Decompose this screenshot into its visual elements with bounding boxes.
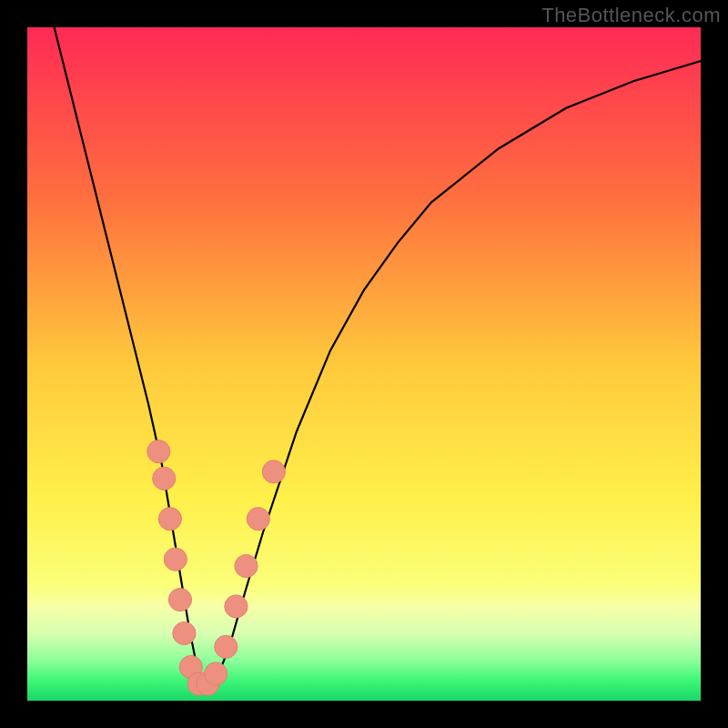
- curve-marker: [164, 548, 187, 571]
- curve-marker: [215, 635, 238, 658]
- curve-marker: [168, 588, 191, 611]
- curve-marker: [247, 508, 269, 531]
- curve-marker: [235, 554, 258, 577]
- chart-overlay: [27, 27, 701, 701]
- chart-frame: TheBottleneck.com: [0, 0, 728, 728]
- curve-marker: [158, 508, 181, 531]
- curve-marker: [153, 467, 176, 490]
- curve-marker: [225, 595, 248, 618]
- bottleneck-curve: [55, 27, 701, 687]
- curve-marker: [262, 460, 285, 483]
- curve-marker: [173, 622, 196, 644]
- attribution-text: TheBottleneck.com: [541, 4, 721, 27]
- curve-markers: [147, 440, 286, 695]
- plot-area: [27, 27, 701, 701]
- curve-marker: [147, 440, 170, 463]
- curve-marker: [205, 662, 228, 685]
